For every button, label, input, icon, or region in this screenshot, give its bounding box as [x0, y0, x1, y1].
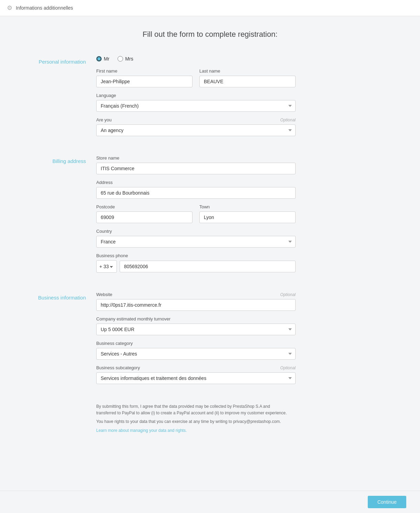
main-content: Fill out the form to complete registrati… [0, 16, 420, 461]
phone-input-group: + 33 [96, 260, 296, 273]
name-row: First name Last name [96, 68, 296, 87]
business-section-label: Business information [21, 292, 96, 390]
town-input[interactable] [199, 211, 296, 223]
last-name-input[interactable] [199, 76, 296, 87]
postcode-group: Postcode [96, 204, 192, 223]
phone-number-input[interactable] [120, 261, 296, 272]
legal-text: By submitting this form, I agree that th… [96, 403, 289, 434]
gender-mr-radio[interactable] [96, 56, 102, 62]
first-name-input[interactable] [96, 76, 192, 87]
business-subcategory-group: Business subcategory Optional Services i… [96, 365, 296, 384]
top-bar: ⚙ Informations additionnelles [0, 0, 420, 16]
language-select[interactable]: Français (French) [96, 100, 296, 112]
phone-prefix-select[interactable]: + 33 [96, 260, 117, 273]
business-category-label: Business category [96, 341, 296, 346]
billing-section-label: Billing address [21, 155, 96, 278]
business-category-group: Business category Services - Autres Comm… [96, 341, 296, 360]
store-name-label: Store name [96, 155, 296, 161]
business-category-select[interactable]: Services - Autres Commerce [96, 348, 296, 360]
personal-section-label: Personal information [21, 56, 96, 142]
postcode-label: Postcode [96, 204, 192, 209]
are-you-select[interactable]: An agency Commerce Services Autres [96, 124, 296, 136]
postcode-town-row: Postcode Town [96, 204, 296, 223]
phone-label: Business phone [96, 253, 296, 258]
turnover-select[interactable]: Up 5 000€ EUR [96, 324, 296, 335]
legal-text-p1: By submitting this form, I agree that th… [96, 403, 289, 416]
business-section-content: Website Optional Company estimated month… [96, 292, 296, 390]
address-group: Address [96, 180, 296, 199]
are-you-label: Are you Optional [96, 117, 296, 122]
store-name-input[interactable] [96, 163, 296, 174]
last-name-group: Last name [199, 68, 296, 87]
gender-mrs-label: Mrs [125, 56, 133, 62]
website-label: Website Optional [96, 292, 296, 297]
country-select[interactable]: France [96, 236, 296, 248]
address-input[interactable] [96, 187, 296, 199]
language-group: Language Français (French) [96, 93, 296, 112]
legal-text-p2: You have rights to your data that you ca… [96, 418, 289, 425]
phone-group: Business phone + 33 [96, 253, 296, 273]
top-bar-title: Informations additionnelles [16, 5, 73, 11]
billing-address-section: Billing address Store name Address [21, 155, 399, 278]
billing-section-content: Store name Address Postcode [96, 155, 296, 278]
postcode-input[interactable] [96, 211, 192, 223]
website-group: Website Optional [96, 292, 296, 311]
are-you-group: Are you Optional An agency Commerce Serv… [96, 117, 296, 136]
personal-information-section: Personal information Mr Mrs [21, 56, 399, 142]
business-information-section: Business information Website Optional Co… [21, 292, 399, 390]
business-subcategory-select[interactable]: Services informatiques et traitement des… [96, 372, 296, 384]
store-name-group: Store name [96, 155, 296, 174]
country-label: Country [96, 229, 296, 234]
phone-prefix-dropdown[interactable] [110, 263, 114, 270]
gear-icon: ⚙ [7, 4, 12, 12]
legal-learn-more-link[interactable]: Learn more about managing your data and … [96, 428, 187, 433]
turnover-label: Company estimated monthly turnover [96, 316, 296, 321]
country-group: Country France [96, 229, 296, 248]
first-name-group: First name [96, 68, 192, 87]
continue-button[interactable]: Continue [368, 496, 406, 508]
gender-mrs-option[interactable]: Mrs [118, 56, 133, 62]
page-wrapper: ⚙ Informations additionnelles Fill out t… [0, 0, 420, 513]
gender-mr-label: Mr [104, 56, 109, 62]
gender-mrs-radio[interactable] [118, 56, 123, 62]
language-label: Language [96, 93, 296, 98]
turnover-group: Company estimated monthly turnover Up 5 … [96, 316, 296, 335]
business-subcategory-label: Business subcategory Optional [96, 365, 296, 370]
personal-section-content: Mr Mrs First name [96, 56, 296, 142]
last-name-label: Last name [199, 68, 296, 74]
website-input[interactable] [96, 299, 296, 311]
gender-radio-group: Mr Mrs [96, 56, 296, 62]
town-group: Town [199, 204, 296, 223]
gender-mr-option[interactable]: Mr [96, 56, 109, 62]
address-label: Address [96, 180, 296, 185]
footer-bar: Continue [0, 491, 420, 513]
town-label: Town [199, 204, 296, 209]
page-title: Fill out the form to complete registrati… [21, 30, 399, 39]
first-name-label: First name [96, 68, 192, 74]
